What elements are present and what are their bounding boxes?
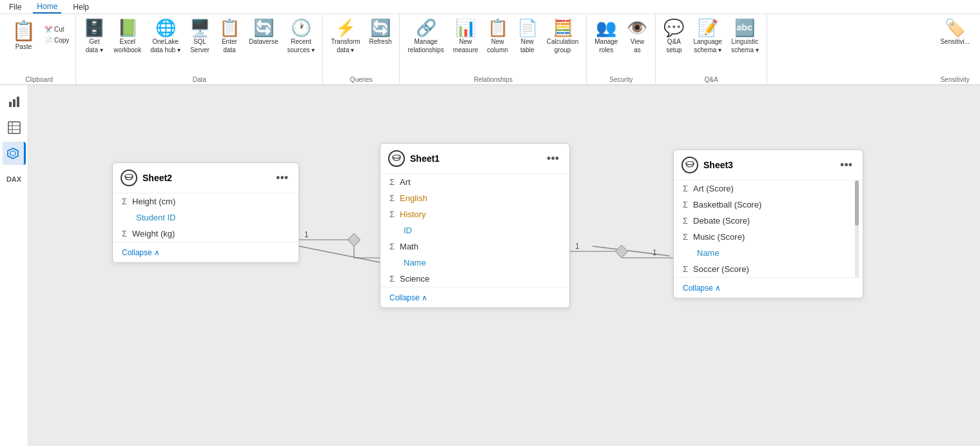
sheet3-menu[interactable]: •••	[838, 157, 855, 173]
sensitivity-label: Sensitivity	[936, 75, 974, 83]
sheet1-field-science[interactable]: Σ Science	[380, 271, 569, 287]
manage-relationships-icon: 🔗	[416, 19, 436, 36]
new-column-button[interactable]: 📋 New column	[484, 17, 512, 57]
new-table-button[interactable]: 📄 New table	[513, 17, 542, 57]
sheet1-field-art[interactable]: Σ Art	[380, 174, 569, 190]
svg-point-25	[686, 162, 694, 165]
table-icon	[8, 121, 21, 134]
onelake-button[interactable]: 🌐 OneLake data hub ▾	[146, 17, 184, 57]
sidebar-icon-report[interactable]	[3, 90, 26, 113]
model-icon	[6, 147, 19, 160]
refresh-button[interactable]: 🔄 Refresh	[365, 17, 395, 48]
get-data-button[interactable]: 🗄️ Get data ▾	[80, 17, 108, 57]
svg-rect-3	[8, 122, 20, 133]
onelake-icon: 🌐	[155, 19, 176, 36]
sensitivity-button[interactable]: 🏷️ Sensitivi...	[936, 17, 974, 48]
sheet1-field-id[interactable]: ID	[380, 222, 569, 238]
ribbon-group-security: 👥 Manage roles 👁️ View as Security	[587, 14, 656, 84]
sensitivity-icon: 🏷️	[945, 19, 965, 36]
security-label: Security	[591, 75, 651, 83]
sheet2-field-studentid[interactable]: Student ID	[113, 209, 299, 226]
view-as-button[interactable]: 👁️ View as	[623, 17, 651, 57]
sidebar-icon-dax[interactable]: DAX	[3, 168, 26, 191]
sidebar: DAX	[0, 85, 28, 446]
menu-home[interactable]: Home	[33, 1, 61, 14]
calculation-group-button[interactable]: 🧮 Calculation group	[543, 17, 582, 57]
linguistic-schema-button[interactable]: 🔤 Linguistic schema ▾	[727, 17, 763, 57]
menu-help[interactable]: Help	[69, 1, 93, 13]
canvas[interactable]: Sheet2 ••• Σ Height (cm) Student ID Σ We…	[28, 85, 980, 446]
sheet3-scrollbar-track[interactable]	[855, 180, 859, 277]
sql-server-button[interactable]: 🖥️ SQL Server	[186, 17, 214, 57]
sheet3-field-basketball[interactable]: Σ Basketball (Score)	[674, 197, 863, 213]
sheet1-collapse[interactable]: Collapse ∧	[389, 293, 427, 302]
qa-label: Q&A	[660, 75, 762, 83]
language-schema-icon: 📝	[698, 19, 718, 36]
sidebar-icon-model[interactable]	[3, 142, 26, 165]
sheet1-field-math[interactable]: Σ Math	[380, 238, 569, 255]
language-schema-button[interactable]: 📝 Language schema ▾	[689, 17, 726, 57]
svg-point-18	[393, 155, 400, 159]
main-layout: DAX Sheet2 •••	[0, 85, 980, 446]
manage-roles-icon: 👥	[596, 19, 616, 36]
sql-icon: 🖥️	[190, 19, 210, 36]
sheet1-field-name[interactable]: Name	[380, 255, 569, 271]
sheet3-card: Sheet3 ••• Σ Art (Score) Σ Basketball (S…	[673, 150, 863, 298]
sheet3-field-music[interactable]: Σ Music (Score)	[674, 229, 863, 245]
svg-text:1: 1	[575, 242, 580, 251]
ribbon-group-queries: ⚡ Transform data ▾ 🔄 Refresh Queries	[323, 14, 400, 84]
new-measure-button[interactable]: 📊 New measure	[449, 17, 482, 57]
cut-button[interactable]: ✂️ Cut	[42, 24, 72, 34]
copy-icon: 📄	[44, 37, 52, 44]
sheet2-field-height[interactable]: Σ Height (cm)	[113, 193, 299, 209]
sidebar-icon-table[interactable]	[3, 116, 26, 139]
sheet2-title: Sheet2	[142, 173, 268, 183]
sheet2-card: Sheet2 ••• Σ Height (cm) Student ID Σ We…	[112, 162, 299, 263]
sheet1-field-history[interactable]: Σ History	[380, 206, 569, 222]
transform-data-button[interactable]: ⚡ Transform data ▾	[327, 17, 364, 57]
menu-file[interactable]: File	[5, 1, 25, 13]
sheet3-field-art[interactable]: Σ Art (Score)	[674, 180, 863, 197]
svg-line-10	[593, 246, 670, 256]
sheet3-field-name[interactable]: Name	[674, 245, 863, 261]
svg-rect-17	[348, 233, 360, 246]
recent-sources-icon: 🕐	[291, 19, 311, 36]
sheet2-field-weight[interactable]: Σ Weight (kg)	[113, 226, 299, 242]
refresh-icon: 🔄	[370, 19, 391, 36]
manage-roles-button[interactable]: 👥 Manage roles	[591, 17, 622, 57]
sheet3-field-soccer[interactable]: Σ Soccer (Score)	[674, 261, 863, 277]
enter-data-button[interactable]: 📋 Enter data	[215, 17, 244, 57]
sheet2-menu[interactable]: •••	[273, 170, 291, 186]
svg-text:1: 1	[652, 248, 657, 257]
qa-setup-icon: 💬	[663, 19, 684, 36]
sheet3-field-debate[interactable]: Σ Debate (Score)	[674, 213, 863, 229]
sheet1-card: Sheet1 ••• Σ Art Σ English Σ History ID …	[380, 143, 570, 308]
enter-data-icon: 📋	[219, 19, 240, 36]
new-column-icon: 📋	[487, 19, 508, 36]
ribbon-group-data: 🗄️ Get data ▾ 📗 Excel workbook 🌐 OneLake…	[76, 14, 323, 84]
sheet2-collapse[interactable]: Collapse ∧	[122, 248, 160, 257]
ribbon-group-qa: 💬 Q&A setup 📝 Language schema ▾ 🔤 Lingui…	[656, 14, 767, 84]
svg-marker-7	[8, 148, 18, 159]
qa-setup-button[interactable]: 💬 Q&A setup	[660, 17, 688, 57]
svg-point-11	[125, 175, 133, 178]
recent-sources-button[interactable]: 🕐 Recent sources ▾	[283, 17, 318, 57]
sheet1-menu[interactable]: •••	[544, 151, 562, 167]
sheet1-field-english[interactable]: Σ English	[380, 190, 569, 206]
paste-icon: 📋	[12, 19, 35, 42]
sheet3-scrollbar-thumb	[855, 180, 859, 226]
svg-text:1: 1	[304, 230, 309, 239]
copy-button[interactable]: 📄 Copy	[42, 35, 72, 45]
svg-line-9	[299, 246, 380, 262]
sheet3-db-icon	[681, 157, 698, 173]
paste-button[interactable]: 📋 Paste	[6, 17, 41, 53]
new-table-icon: 📄	[517, 19, 538, 36]
sheet3-collapse[interactable]: Collapse ∧	[683, 284, 721, 293]
get-data-icon: 🗄️	[84, 19, 104, 36]
linguistic-schema-icon: 🔤	[734, 19, 755, 36]
manage-relationships-button[interactable]: 🔗 Manage relationships	[404, 17, 447, 57]
excel-button[interactable]: 📗 Excel workbook	[110, 17, 145, 57]
dataverse-button[interactable]: 🔄 Dataverse	[245, 17, 282, 48]
svg-rect-1	[13, 99, 15, 107]
calculation-group-icon: 🧮	[553, 19, 573, 36]
